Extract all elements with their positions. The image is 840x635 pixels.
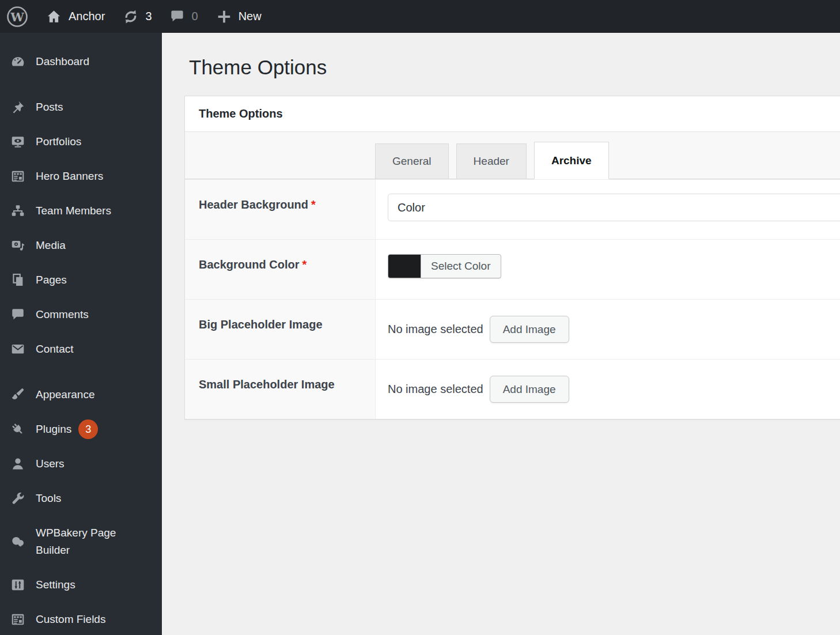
wpbakery-icon <box>10 534 25 549</box>
sidebar-item-plugins[interactable]: Plugins 3 <box>0 412 162 447</box>
wordpress-logo-icon: W <box>6 5 29 28</box>
stacked-pages-icon <box>10 273 25 288</box>
form-row-small-placeholder-image: Small Placeholder Image No image selecte… <box>185 359 840 419</box>
add-image-button[interactable]: Add Image <box>490 376 569 403</box>
field-control-cell: Color <box>376 180 840 239</box>
field-control-cell: Select Color <box>376 240 840 299</box>
paintbrush-icon <box>10 387 25 402</box>
envelope-icon <box>10 342 25 357</box>
form-row-background-color: Background Color* Select Color <box>185 239 840 299</box>
admin-sidebar: Dashboard Posts <box>0 33 162 635</box>
sidebar-item-hero-banners[interactable]: Hero Banners <box>0 159 162 194</box>
wordpress-admin: W Anchor <box>0 0 840 635</box>
pushpin-icon <box>10 100 25 115</box>
sidebar-item-label: Dashboard <box>36 53 89 70</box>
sidebar-item-team-members[interactable]: Team Members <box>0 194 162 228</box>
sidebar-item-label: Comments <box>36 306 89 323</box>
color-swatch <box>388 255 421 278</box>
sidebar-item-label: Appearance <box>36 386 94 403</box>
background-color-picker[interactable]: Select Color <box>388 254 501 278</box>
field-label: Small Placeholder Image <box>185 360 376 419</box>
camera-note-icon <box>10 238 25 253</box>
field-label: Big Placeholder Image <box>185 300 376 359</box>
sidebar-item-label: Portfolios <box>36 133 81 150</box>
user-icon <box>10 456 25 471</box>
tab-general[interactable]: General <box>375 143 449 179</box>
org-chart-icon <box>10 203 25 218</box>
updates-count: 3 <box>145 10 152 23</box>
sidebar-item-users[interactable]: Users <box>0 447 162 481</box>
tab-header[interactable]: Header <box>456 143 527 179</box>
custom-fields-table-icon <box>10 612 25 627</box>
field-label-text: Background Color <box>199 258 299 271</box>
portfolio-screen-icon <box>10 134 25 149</box>
comments-menu[interactable]: 0 <box>169 0 198 33</box>
sidebar-item-label: Media <box>36 237 66 254</box>
admin-top-bar: W Anchor <box>0 0 840 33</box>
sidebar-item-label: Posts <box>36 99 63 116</box>
new-label: New <box>239 10 262 23</box>
sidebar-item-custom-fields[interactable]: Custom Fields <box>0 602 162 635</box>
theme-options-panel: Theme Options General Header Archive Hea… <box>184 96 840 419</box>
add-image-button[interactable]: Add Image <box>490 316 569 343</box>
updates-menu[interactable]: 3 <box>122 0 152 33</box>
sidebar-item-dashboard[interactable]: Dashboard <box>0 44 162 79</box>
field-control-cell: No image selected Add Image <box>376 360 840 419</box>
panel-title: Theme Options <box>199 107 283 120</box>
sidebar-item-portfolios[interactable]: Portfolios <box>0 124 162 159</box>
admin-menu: Dashboard Posts <box>0 33 162 635</box>
image-status-text: No image selected <box>388 323 483 336</box>
home-icon <box>46 9 62 24</box>
comments-count: 0 <box>192 10 198 23</box>
tab-archive[interactable]: Archive <box>534 142 609 179</box>
sidebar-item-wpbakery[interactable]: WPBakery Page Builder <box>0 516 162 568</box>
sidebar-item-label: Contact <box>36 341 73 358</box>
sidebar-item-posts[interactable]: Posts <box>0 90 162 124</box>
comment-bubble-icon <box>10 307 25 322</box>
sidebar-item-label: Tools <box>36 490 61 507</box>
plus-icon <box>217 9 232 24</box>
required-asterisk: * <box>311 198 316 211</box>
sidebar-item-appearance[interactable]: Appearance <box>0 377 162 412</box>
page-title: Theme Options <box>189 55 840 80</box>
small-placeholder-image-control: No image selected Add Image <box>388 376 840 403</box>
updates-icon <box>122 8 139 25</box>
header-background-select[interactable]: Color <box>388 194 840 221</box>
wordpress-menu[interactable]: W <box>6 0 29 33</box>
banner-table-icon <box>10 169 25 184</box>
select-value: Color <box>398 201 425 214</box>
field-label: Background Color* <box>185 240 376 299</box>
sidebar-item-label: WPBakery Page Builder <box>36 524 148 559</box>
sidebar-item-label: Hero Banners <box>36 168 103 185</box>
main-content: Theme Options Theme Options General Head… <box>162 33 840 635</box>
sidebar-item-label: Settings <box>36 576 75 594</box>
dashboard-gauge-icon <box>10 54 25 69</box>
comments-bubble-icon <box>169 9 185 24</box>
form-row-header-background: Header Background* Color <box>185 179 840 239</box>
svg-text:W: W <box>10 9 24 24</box>
sidebar-item-media[interactable]: Media <box>0 228 162 263</box>
sidebar-item-settings[interactable]: Settings <box>0 568 162 602</box>
sidebar-item-pages[interactable]: Pages <box>0 263 162 297</box>
tab-bar: General Header Archive <box>185 132 840 179</box>
select-color-button: Select Color <box>421 255 501 278</box>
plug-icon <box>10 422 25 437</box>
required-asterisk: * <box>302 258 307 271</box>
sidebar-item-comments[interactable]: Comments <box>0 297 162 332</box>
sidebar-item-tools[interactable]: Tools <box>0 481 162 516</box>
plugins-update-badge: 3 <box>78 419 98 439</box>
sidebar-item-label: Users <box>36 455 65 473</box>
site-name-menu[interactable]: Anchor <box>46 0 105 33</box>
sidebar-item-label: Custom Fields <box>36 611 105 628</box>
site-name-label: Anchor <box>69 10 105 23</box>
field-control-cell: No image selected Add Image <box>376 300 840 359</box>
sidebar-item-contact[interactable]: Contact <box>0 332 162 366</box>
panel-header: Theme Options <box>185 96 840 132</box>
form-row-big-placeholder-image: Big Placeholder Image No image selected … <box>185 299 840 359</box>
image-status-text: No image selected <box>388 383 483 396</box>
field-label: Header Background* <box>185 180 376 239</box>
field-label-text: Big Placeholder Image <box>199 318 323 331</box>
field-label-text: Small Placeholder Image <box>199 378 335 391</box>
wrench-icon <box>10 491 25 506</box>
new-content-menu[interactable]: New <box>217 0 262 33</box>
